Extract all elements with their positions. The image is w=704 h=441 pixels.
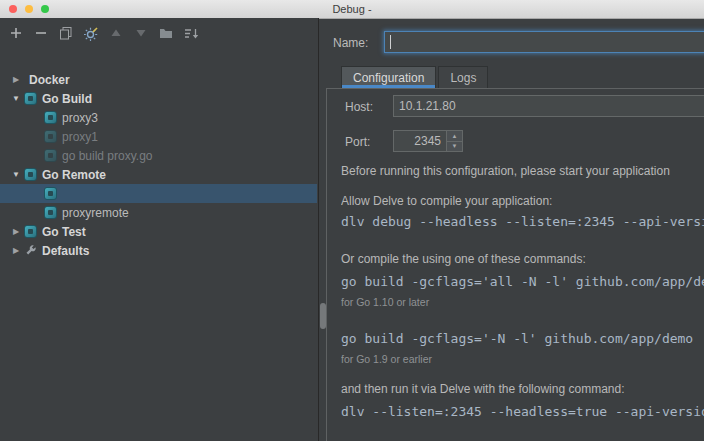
- port-label: Port:: [345, 135, 370, 149]
- titlebar: Debug -: [0, 0, 704, 19]
- tab-configuration[interactable]: Configuration: [341, 66, 436, 88]
- code-dlv-debug: dlv debug --headless --listen=:2345 --ap…: [341, 214, 704, 230]
- tree-item-proxy3[interactable]: proxy3: [0, 108, 317, 127]
- tree-item-label: Docker: [29, 73, 70, 87]
- code-go-build-19: go build -gcflags='-N -l' github.com/app…: [341, 331, 704, 347]
- tree-item-go-build[interactable]: ▼ Go Build: [0, 89, 317, 108]
- host-input[interactable]: [393, 95, 704, 117]
- chevron-right-icon[interactable]: ▶: [0, 246, 24, 255]
- tree-item-proxyremote[interactable]: proxyremote: [0, 203, 317, 222]
- traffic-lights: [9, 5, 49, 13]
- move-down-icon[interactable]: [133, 25, 149, 41]
- debug-configurations-window: Debug -: [0, 0, 704, 441]
- tree-item-label: Defaults: [42, 244, 89, 258]
- sort-icon[interactable]: [183, 25, 199, 41]
- code-dlv-listen: dlv --listen=:2345 --headless=true --api…: [341, 404, 704, 420]
- run-config-icon: [44, 187, 57, 200]
- configurations-tree: ▶ Docker ▼ Go Build proxy3 proxy1 go bui…: [0, 70, 317, 260]
- port-spinner: ▲ ▼: [446, 130, 463, 152]
- zoom-window-button[interactable]: [41, 5, 49, 13]
- new-folder-icon[interactable]: [158, 25, 174, 41]
- edit-defaults-icon[interactable]: [83, 25, 99, 41]
- tree-item-docker[interactable]: ▶ Docker: [0, 70, 317, 89]
- chevron-right-icon[interactable]: ▶: [0, 75, 24, 84]
- spinner-up-icon[interactable]: ▲: [447, 131, 462, 142]
- tree-item-go-test[interactable]: ▶ Go Test: [0, 222, 317, 241]
- tree-toolbar: [8, 23, 199, 43]
- name-label: Name:: [333, 36, 368, 50]
- run-config-icon: [44, 130, 57, 143]
- host-label: Host:: [345, 100, 373, 114]
- configurations-tree-panel: ▶ Docker ▼ Go Build proxy3 proxy1 go bui…: [0, 18, 319, 441]
- copy-icon[interactable]: [58, 25, 74, 41]
- tab-logs[interactable]: Logs: [438, 66, 488, 88]
- tree-item-label: go build proxy.go: [62, 149, 153, 163]
- tree-item-go-build-proxy-go[interactable]: go build proxy.go: [0, 146, 317, 165]
- instruction-intro: Before running this configuration, pleas…: [341, 163, 704, 179]
- remove-icon[interactable]: [33, 25, 49, 41]
- run-config-icon: [44, 111, 57, 124]
- move-up-icon[interactable]: [108, 25, 124, 41]
- chevron-right-icon[interactable]: ▶: [0, 227, 24, 236]
- close-window-button[interactable]: [9, 5, 17, 13]
- go-test-group-icon: [24, 225, 37, 238]
- note-go-110: for Go 1.10 or later: [341, 294, 704, 310]
- tree-item-new-remote-config[interactable]: [0, 184, 317, 203]
- port-input[interactable]: [393, 130, 447, 152]
- tree-item-label: proxy1: [62, 130, 98, 144]
- config-tabs: Configuration Logs: [341, 66, 488, 88]
- tab-label: Configuration: [353, 71, 424, 85]
- tree-item-go-remote[interactable]: ▼ Go Remote: [0, 165, 317, 184]
- text-caret: [390, 35, 391, 49]
- tree-item-label: Go Test: [42, 225, 86, 239]
- tree-item-defaults[interactable]: ▶ Defaults: [0, 241, 317, 260]
- tree-item-label: Go Build: [42, 92, 92, 106]
- tree-item-label: Go Remote: [42, 168, 106, 182]
- go-build-group-icon: [24, 92, 37, 105]
- tab-label: Logs: [450, 71, 476, 85]
- instruction-or-compile: Or compile the using one of these comman…: [341, 251, 704, 267]
- wrench-icon: [24, 244, 37, 257]
- spinner-down-icon[interactable]: ▼: [447, 142, 462, 152]
- name-input[interactable]: [384, 31, 704, 53]
- note-go-19: for Go 1.9 or earlier: [341, 351, 704, 367]
- instruction-allow: Allow Delve to compile your application:: [341, 193, 704, 209]
- go-remote-group-icon: [24, 168, 37, 181]
- instruction-then-run: and then run it via Delve with the follo…: [341, 381, 704, 397]
- code-go-build-110: go build -gcflags='all -N -l' github.com…: [341, 274, 704, 290]
- minimize-window-button[interactable]: [25, 5, 33, 13]
- tree-item-label: proxyremote: [62, 206, 129, 220]
- run-config-icon: [44, 206, 57, 219]
- window-title: Debug -: [332, 3, 371, 15]
- tree-item-label: proxy3: [62, 111, 98, 125]
- tree-item-proxy1[interactable]: proxy1: [0, 127, 317, 146]
- run-config-icon: [44, 149, 57, 162]
- chevron-down-icon[interactable]: ▼: [0, 170, 24, 179]
- chevron-down-icon[interactable]: ▼: [0, 94, 24, 103]
- add-icon[interactable]: [8, 25, 24, 41]
